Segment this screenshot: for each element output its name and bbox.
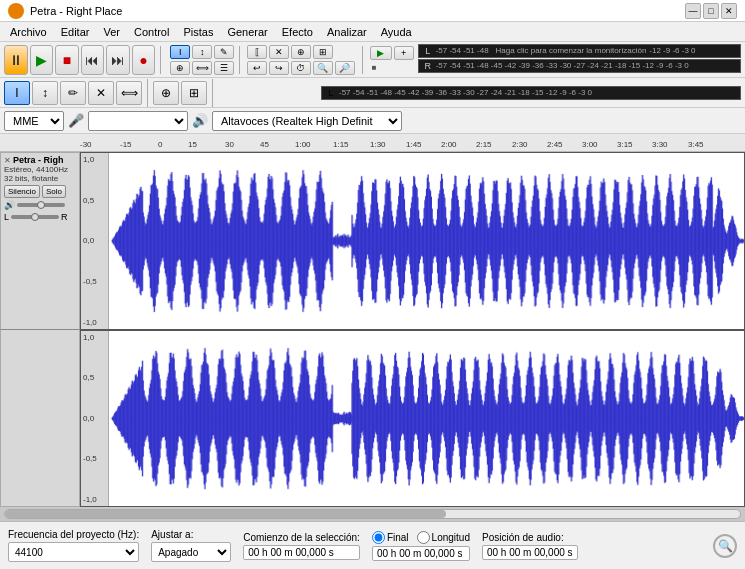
- vu-meter-area[interactable]: L -57 -54 -51 -48 Haga clic para comenza…: [418, 44, 741, 76]
- track-buttons: Silencio Solo: [4, 185, 76, 198]
- track-close-icon[interactable]: ✕: [4, 156, 11, 165]
- tools-toolbar: I ↕ ✏ ✕ ⟺ ⊕ ⊞ L -57 -54 -51 -48 -45 -42 …: [0, 78, 745, 108]
- sel-end-group: Final Longitud 00 h 00 m 00,000 s: [372, 531, 470, 561]
- menu-editar[interactable]: Editar: [55, 24, 96, 40]
- y-label-5: -1,0: [83, 318, 106, 327]
- trim-btn[interactable]: ⟦: [247, 45, 267, 59]
- scrollbar-area: [0, 507, 745, 521]
- menu-analizar[interactable]: Analizar: [321, 24, 373, 40]
- menu-archivo[interactable]: Archivo: [4, 24, 53, 40]
- clock-btn[interactable]: ⏱: [291, 61, 311, 75]
- skip-start-button[interactable]: ⏮: [81, 45, 105, 75]
- zoom-fit-btn[interactable]: ⊞: [313, 45, 333, 59]
- pause-button[interactable]: ⏸: [4, 45, 28, 75]
- radio-longitud[interactable]: Longitud: [417, 531, 470, 544]
- search-prev-btn[interactable]: 🔍: [313, 61, 333, 75]
- draw-tool-small[interactable]: ✎: [214, 45, 234, 59]
- zoom-tool[interactable]: ✕: [88, 81, 114, 105]
- volume-slider[interactable]: [17, 203, 65, 207]
- title-bar: Petra - Right Place — □ ✕: [0, 0, 745, 22]
- menu-pistas[interactable]: Pistas: [177, 24, 219, 40]
- multi-tool-small[interactable]: ☰: [214, 61, 234, 75]
- gain-label: ■: [370, 62, 379, 73]
- search-next-btn[interactable]: 🔎: [335, 61, 355, 75]
- menu-generar[interactable]: Generar: [221, 24, 273, 40]
- menu-ayuda[interactable]: Ayuda: [375, 24, 418, 40]
- record-button[interactable]: ●: [132, 45, 156, 75]
- toolbar-separator2: [239, 46, 240, 74]
- waveform-lower: 1,0 0,5 0,0 -0,5 -1,0: [80, 330, 745, 508]
- play-green-btn[interactable]: ▶: [370, 46, 392, 60]
- ruler-mark: 2:00: [441, 140, 457, 149]
- timeshift-tool[interactable]: ⟺: [116, 81, 142, 105]
- envelope-tool-small[interactable]: ↕: [192, 45, 212, 59]
- undo-btn[interactable]: ↩: [247, 61, 267, 75]
- ruler-mark: 30: [225, 140, 234, 149]
- track-format: Estéreo, 44100Hz: [4, 165, 76, 174]
- play-button[interactable]: ▶: [30, 45, 54, 75]
- speaker-icon: 🔊: [192, 113, 208, 128]
- radio-final[interactable]: Final: [372, 531, 409, 544]
- minimize-button[interactable]: —: [685, 3, 701, 19]
- select-tool[interactable]: I: [4, 81, 30, 105]
- status-bar: Frecuencia del proyecto (Hz): 44100 Ajus…: [0, 521, 745, 569]
- freq-select[interactable]: 44100: [8, 542, 139, 562]
- menu-efecto[interactable]: Efecto: [276, 24, 319, 40]
- magnifier-symbol: 🔍: [718, 539, 733, 553]
- output-device-select[interactable]: Altavoces (Realtek High Definit: [212, 111, 402, 131]
- redo-btn[interactable]: ↪: [269, 61, 289, 75]
- vu-meter-row2: L -57 -54 -51 -48 -45 -42 -39 -36 -33 -3…: [321, 86, 741, 100]
- horizontal-scrollbar[interactable]: [4, 509, 741, 519]
- stop-button[interactable]: ■: [55, 45, 79, 75]
- radio-longitud-input[interactable]: [417, 531, 430, 544]
- volume-icon: 🔊: [4, 200, 15, 210]
- magnifier-icon[interactable]: 🔍: [713, 534, 737, 558]
- snap-btn[interactable]: ⊕: [291, 45, 311, 59]
- scrollbar-thumb[interactable]: [5, 510, 446, 518]
- close-button[interactable]: ✕: [721, 3, 737, 19]
- mic-icon: 🎤: [68, 113, 84, 128]
- pan-slider[interactable]: [11, 215, 59, 219]
- maximize-button[interactable]: □: [703, 3, 719, 19]
- menu-control[interactable]: Control: [128, 24, 175, 40]
- ruler-mark: 1:15: [333, 140, 349, 149]
- zoom-in-btn[interactable]: ⊕: [153, 81, 179, 105]
- radio-final-label: Final: [387, 532, 409, 543]
- waveform-canvas-upper[interactable]: [81, 153, 744, 329]
- window-title: Petra - Right Place: [30, 5, 685, 17]
- silence-button[interactable]: Silencio: [4, 185, 40, 198]
- skip-end-button[interactable]: ⏭: [106, 45, 130, 75]
- pos-value: 00 h 00 m 00,000 s: [482, 545, 578, 560]
- track-bits: 32 bits, flotante: [4, 174, 76, 183]
- toolbar2-sep2: [212, 79, 213, 107]
- window-controls: — □ ✕: [685, 3, 737, 19]
- silence-btn[interactable]: ✕: [269, 45, 289, 59]
- ruler-mark: 45: [260, 140, 269, 149]
- ruler-mark: 1:45: [406, 140, 422, 149]
- waveform-canvas-lower[interactable]: [81, 331, 744, 507]
- track-info-lower: [0, 330, 80, 507]
- ruler-mark: 2:45: [547, 140, 563, 149]
- timeline-ruler: -30 -15 0 15 30 45 1:00 1:15 1:30 1:45 2…: [0, 134, 745, 152]
- freq-group: Frecuencia del proyecto (Hz): 44100: [8, 529, 139, 562]
- radio-final-input[interactable]: [372, 531, 385, 544]
- menu-ver[interactable]: Ver: [97, 24, 126, 40]
- snap-icon-btn[interactable]: ⊞: [181, 81, 207, 105]
- input-device-select[interactable]: [88, 111, 188, 131]
- plus-btn[interactable]: +: [394, 46, 414, 60]
- solo-button[interactable]: Solo: [42, 185, 66, 198]
- pan-label: L: [4, 212, 9, 222]
- vu-click-text[interactable]: Haga clic para comenzar la monitorizació…: [496, 46, 647, 55]
- radio-group: Final Longitud: [372, 531, 470, 544]
- zoom-tool-small[interactable]: ⊕: [170, 61, 190, 75]
- toolbar2-sep: [147, 79, 148, 107]
- select-tool-small[interactable]: I: [170, 45, 190, 59]
- y-label-4: -0,5: [83, 277, 106, 286]
- host-select[interactable]: MME: [4, 111, 64, 131]
- adjust-select[interactable]: Apagado: [151, 542, 231, 562]
- timeshift-tool-small[interactable]: ⟺: [192, 61, 212, 75]
- ruler-mark: -15: [120, 140, 132, 149]
- envelope-tool[interactable]: ↕: [32, 81, 58, 105]
- draw-tool[interactable]: ✏: [60, 81, 86, 105]
- sel-end-value: 00 h 00 m 00,000 s: [372, 546, 470, 561]
